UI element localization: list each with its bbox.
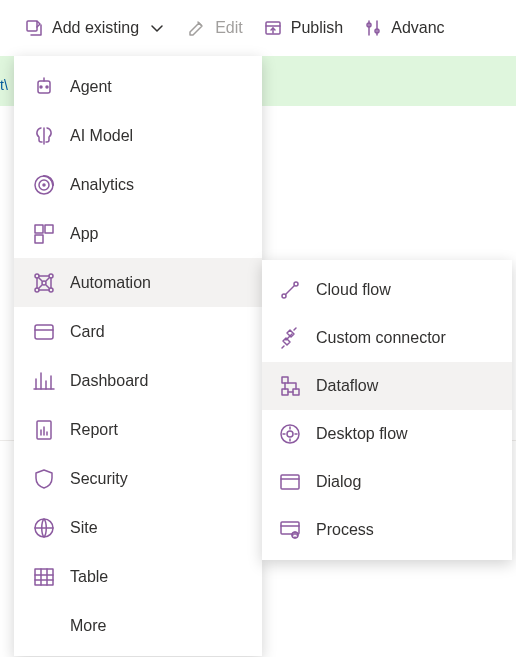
submenu-item-process[interactable]: Process — [262, 506, 512, 554]
shield-icon — [32, 467, 56, 491]
menu-item-security[interactable]: Security — [14, 454, 262, 503]
agent-icon — [32, 75, 56, 99]
menu-item-automation[interactable]: Automation — [14, 258, 262, 307]
submenu-item-label: Process — [316, 521, 374, 539]
table-icon — [32, 565, 56, 589]
menu-item-dashboard[interactable]: Dashboard — [14, 356, 262, 405]
chevron-right-icon — [232, 275, 248, 291]
menu-item-agent[interactable]: Agent — [14, 62, 262, 111]
menu-item-table[interactable]: Table — [14, 552, 262, 601]
menu-item-label: Card — [70, 323, 248, 341]
publish-icon — [263, 18, 283, 38]
menu-item-report[interactable]: Report — [14, 405, 262, 454]
ai-model-icon — [32, 124, 56, 148]
submenu-item-label: Custom connector — [316, 329, 446, 347]
submenu-item-label: Dialog — [316, 473, 361, 491]
svg-point-17 — [42, 281, 46, 285]
edit-button[interactable]: Edit — [181, 12, 249, 44]
add-existing-button[interactable]: Add existing — [18, 12, 173, 44]
menu-item-label: Automation — [70, 274, 232, 292]
submenu-item-label: Dataflow — [316, 377, 378, 395]
sliders-icon — [363, 18, 383, 38]
add-existing-icon — [24, 18, 44, 38]
desktop-flow-icon — [278, 422, 302, 446]
svg-rect-26 — [293, 389, 299, 395]
cloud-flow-icon — [278, 278, 302, 302]
svg-rect-11 — [45, 225, 53, 233]
edit-label: Edit — [215, 19, 243, 37]
connector-icon — [278, 326, 302, 350]
add-existing-menu: Agent AI Model Analytics App Automati — [14, 56, 262, 656]
site-icon — [32, 516, 56, 540]
command-bar: Add existing Edit Publish Advanc — [0, 0, 516, 56]
submenu-item-label: Desktop flow — [316, 425, 408, 443]
automation-icon — [32, 271, 56, 295]
menu-item-label: Security — [70, 470, 232, 488]
submenu-item-desktop-flow[interactable]: Desktop flow — [262, 410, 512, 458]
menu-item-analytics[interactable]: Analytics — [14, 160, 262, 209]
chevron-right-icon — [232, 471, 248, 487]
menu-item-label: Dashboard — [70, 372, 248, 390]
svg-point-5 — [40, 86, 42, 88]
dataflow-icon — [278, 374, 302, 398]
add-existing-label: Add existing — [52, 19, 139, 37]
menu-item-label: Analytics — [70, 176, 232, 194]
menu-item-label: More — [70, 617, 232, 635]
svg-rect-12 — [35, 235, 43, 243]
menu-item-site[interactable]: Site — [14, 503, 262, 552]
edit-icon — [187, 18, 207, 38]
chevron-right-icon — [232, 79, 248, 95]
dashboard-icon — [32, 369, 56, 393]
submenu-item-custom-connector[interactable]: Custom connector — [262, 314, 512, 362]
chevron-down-icon — [147, 18, 167, 38]
dialog-icon — [278, 470, 302, 494]
publish-label: Publish — [291, 19, 343, 37]
menu-item-more[interactable]: More — [14, 601, 262, 650]
app-icon — [32, 222, 56, 246]
menu-item-label: Report — [70, 421, 248, 439]
svg-rect-0 — [27, 21, 37, 31]
menu-item-label: Table — [70, 568, 248, 586]
svg-point-9 — [43, 184, 45, 186]
svg-rect-10 — [35, 225, 43, 233]
breadcrumb-fragment: t\ — [0, 66, 14, 104]
svg-point-27 — [287, 431, 293, 437]
automation-submenu: Cloud flow Custom connector Dataflow Des… — [262, 260, 512, 560]
menu-item-label: Agent — [70, 78, 232, 96]
menu-item-label: Site — [70, 519, 248, 537]
report-icon — [32, 418, 56, 442]
card-icon — [32, 320, 56, 344]
chevron-right-icon — [232, 226, 248, 242]
menu-item-ai-model[interactable]: AI Model — [14, 111, 262, 160]
menu-item-card[interactable]: Card — [14, 307, 262, 356]
menu-item-label: AI Model — [70, 127, 248, 145]
menu-item-app[interactable]: App — [14, 209, 262, 258]
submenu-item-dialog[interactable]: Dialog — [262, 458, 512, 506]
process-icon — [278, 518, 302, 542]
submenu-item-dataflow[interactable]: Dataflow — [262, 362, 512, 410]
chevron-right-icon — [232, 177, 248, 193]
advanced-button[interactable]: Advanc — [357, 12, 450, 44]
svg-rect-25 — [282, 389, 288, 395]
svg-rect-18 — [35, 325, 53, 339]
publish-button[interactable]: Publish — [257, 12, 349, 44]
submenu-item-label: Cloud flow — [316, 281, 391, 299]
chevron-right-icon — [232, 618, 248, 634]
svg-rect-29 — [281, 475, 299, 489]
menu-item-label: App — [70, 225, 232, 243]
advanced-label: Advanc — [391, 19, 444, 37]
svg-rect-21 — [35, 569, 53, 585]
svg-point-6 — [46, 86, 48, 88]
svg-rect-24 — [282, 377, 288, 383]
submenu-item-cloud-flow[interactable]: Cloud flow — [262, 266, 512, 314]
analytics-icon — [32, 173, 56, 197]
